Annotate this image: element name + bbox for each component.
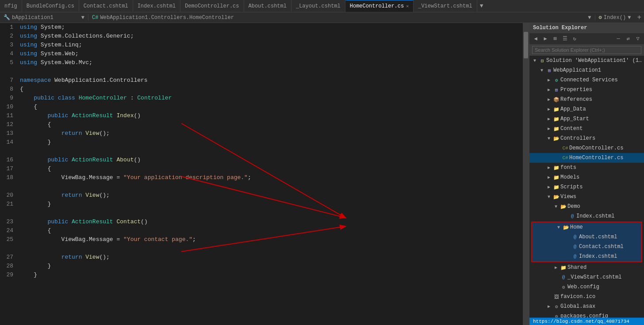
item-label: Controllers: [560, 135, 595, 141]
tree-item-contact-view[interactable]: @ Contact.cshtml: [532, 242, 641, 252]
se-btn-back[interactable]: ◀: [531, 34, 540, 43]
expand-icon: ▶: [545, 116, 552, 122]
tab-layout[interactable]: _Layout.cshtml: [291, 0, 345, 12]
tab-label: _ViewStart.cshtml: [418, 3, 472, 9]
close-icon[interactable]: ✕: [406, 4, 409, 9]
item-label: Content: [560, 126, 583, 132]
folder-icon: 📂: [560, 204, 567, 210]
toolbar-project[interactable]: 🔧 bApplication1 ▼: [0, 14, 88, 21]
folder-icon: 📁: [552, 175, 560, 180]
toolbar-method[interactable]: ⚙ Index() ▼: [595, 14, 635, 21]
tree-item-viewstart[interactable]: @ _ViewStart.cshtml: [529, 272, 644, 282]
code-lines[interactable]: using System; using System.Collections.G…: [18, 23, 523, 279]
tab-contact[interactable]: Contact.cshtml: [79, 0, 133, 12]
namespace-icon: C#: [92, 15, 98, 21]
expand-icon: ▼: [555, 225, 562, 230]
tree-item-favicon[interactable]: 🖼 favicon.ico: [529, 292, 644, 302]
properties-icon: ⊞: [552, 87, 560, 93]
item-label: Connected Services: [560, 77, 618, 83]
cshtml-icon: @: [571, 244, 579, 249]
tree-item-appdata[interactable]: ▶ 📁 App_Data: [529, 104, 644, 114]
tree-item-homecontroller[interactable]: C# HomeController.cs: [529, 153, 644, 163]
tab-democontroller[interactable]: DemoController.cs: [180, 0, 244, 12]
project-name: bApplication1: [12, 15, 54, 21]
tree-item-fonts[interactable]: ▶ 📁 fonts: [529, 163, 644, 172]
asax-icon: ⚙: [552, 304, 560, 310]
dropdown-icon: ▼: [628, 15, 631, 21]
item-label: App_Start: [560, 116, 589, 122]
se-btn-collapse[interactable]: —: [614, 34, 623, 43]
scrollbar-thumb[interactable]: [524, 32, 528, 58]
item-label: Models: [560, 174, 579, 180]
tree-item-home[interactable]: ▼ 📂 Home: [532, 222, 641, 232]
ico-icon: 🖼: [552, 294, 560, 300]
folder-icon: 📁: [552, 107, 560, 112]
tree-item-home-index[interactable]: @ Index.cshtml: [532, 252, 641, 261]
tree-item-properties[interactable]: ▶ ⊞ Properties: [529, 85, 644, 95]
expand-icon: ▶: [545, 184, 552, 190]
expand-icon: ▶: [552, 265, 560, 270]
tree-item-views[interactable]: ▼ 📂 Views: [529, 192, 644, 202]
se-btn-sync[interactable]: ⇄: [624, 34, 632, 43]
cshtml-icon: @: [560, 275, 567, 280]
item-label: About.cshtml: [579, 234, 617, 240]
se-search-input[interactable]: [532, 46, 641, 54]
tree-item-demo[interactable]: ▼ 📂 Demo: [529, 202, 644, 211]
tree-item-webconfig-views[interactable]: ⚙ Web.config: [529, 282, 644, 292]
se-btn-filter[interactable]: ▽: [633, 34, 642, 43]
item-label: Home: [570, 224, 583, 230]
tab-nfig[interactable]: nfig: [0, 0, 22, 12]
se-btn-show-all[interactable]: ☰: [560, 34, 569, 43]
cshtml-icon: @: [571, 254, 579, 259]
tree-item-webapp[interactable]: ▼ ⊞ WebApplication1: [529, 65, 644, 75]
tree-item-scripts[interactable]: ▶ 📁 Scripts: [529, 182, 644, 192]
tree-item-about[interactable]: @ About.cshtml: [532, 232, 641, 242]
tab-viewstart[interactable]: _ViewStart.cshtml: [414, 0, 477, 12]
folder-icon: 📁: [560, 265, 567, 271]
tab-bundleconfig[interactable]: BundleConfig.cs: [22, 0, 79, 12]
tree-item-demo-index[interactable]: @ Index.cshtml: [529, 211, 644, 221]
item-label: Index.cshtml: [576, 213, 614, 219]
tab-index[interactable]: Index.cshtml: [133, 0, 180, 12]
toolbar: 🔧 bApplication1 ▼ C# WebApplication1.Con…: [0, 12, 644, 23]
tab-label: Index.cshtml: [138, 3, 176, 9]
vertical-scrollbar[interactable]: [523, 23, 529, 325]
project-icon: 🔧: [4, 14, 10, 21]
tab-overflow[interactable]: ▼: [477, 0, 486, 12]
item-label: Solution 'WebApplication1' (1 project): [546, 57, 644, 64]
item-label: favicon.ico: [560, 294, 595, 300]
tab-homecontroller[interactable]: HomeController.cs ✕: [345, 0, 414, 12]
item-label: packages.config: [560, 313, 608, 317]
folder-icon: 📁: [552, 165, 560, 171]
toolbar-add[interactable]: +: [634, 14, 644, 22]
tree-item-packages[interactable]: ⚙ packages.config: [529, 311, 644, 317]
item-label: Index.cshtml: [579, 253, 617, 260]
se-btn-forward[interactable]: ▶: [541, 34, 550, 43]
tree-item-controllers[interactable]: ▼ 📂 Controllers: [529, 134, 644, 143]
tree-item-democontroller[interactable]: C# DemoController.cs: [529, 143, 644, 153]
references-icon: 📦: [552, 97, 560, 103]
tree-item-models[interactable]: ▶ 📁 Models: [529, 172, 644, 182]
item-label: DemoController.cs: [569, 145, 623, 151]
tree-item-appstart[interactable]: ▶ 📁 App_Start: [529, 114, 644, 124]
se-btn-properties[interactable]: ⊞: [551, 34, 560, 43]
code-editor[interactable]: 1 2 3 4 5 7 8 9 10 11 12 13 14 16 17 18 …: [0, 23, 523, 325]
expand-icon: ▼: [531, 58, 538, 63]
tree-item-globalasax[interactable]: ▶ ⚙ Global.asax: [529, 302, 644, 311]
tree-item-references[interactable]: ▶ 📦 References: [529, 95, 644, 104]
expand-icon: ▶: [545, 304, 552, 309]
item-label: Views: [560, 194, 576, 200]
tab-label: About.cshtml: [249, 3, 287, 9]
se-btn-refresh[interactable]: ↻: [570, 34, 579, 43]
expand-icon: ▶: [545, 165, 552, 170]
project-icon: ⊞: [545, 68, 553, 73]
toolbar-namespace[interactable]: C# WebApplication1.Controllers.HomeContr…: [88, 15, 595, 21]
item-label: References: [560, 96, 592, 103]
cs-icon: C#: [561, 145, 569, 151]
tree-item-shared[interactable]: ▶ 📁 Shared: [529, 263, 644, 272]
expand-icon: ▼: [545, 195, 552, 199]
tree-item-content[interactable]: ▶ 📁 Content: [529, 124, 644, 134]
tree-item-connected[interactable]: ▶ ⚙ Connected Services: [529, 75, 644, 85]
tree-item-solution[interactable]: ▼ ⊡ Solution 'WebApplication1' (1 projec…: [529, 56, 644, 65]
tab-about[interactable]: About.cshtml: [244, 0, 291, 12]
